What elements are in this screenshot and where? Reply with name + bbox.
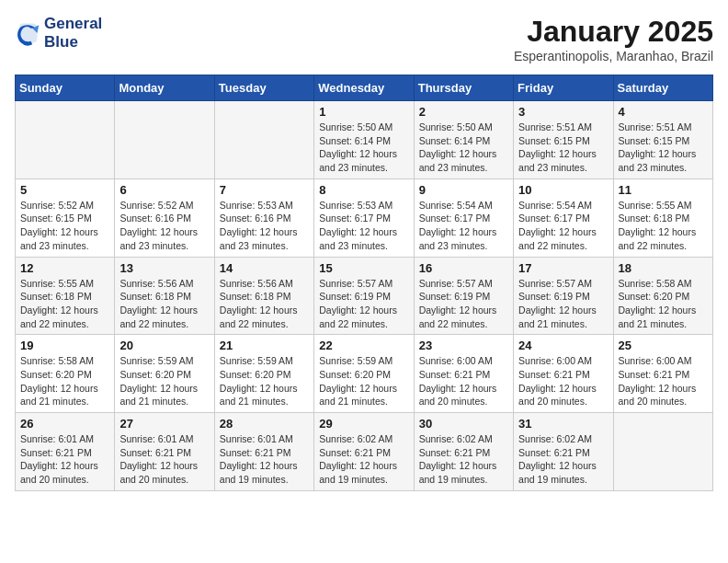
day-info: Sunrise: 6:00 AMSunset: 6:21 PMDaylight:… xyxy=(619,354,708,408)
day-number: 15 xyxy=(319,261,408,275)
calendar-cell: 5Sunrise: 5:52 AMSunset: 6:15 PMDaylight… xyxy=(16,178,115,257)
header-wednesday: Wednesday xyxy=(314,75,414,101)
day-info: Sunrise: 5:58 AMSunset: 6:20 PMDaylight:… xyxy=(619,277,708,331)
day-number: 20 xyxy=(119,339,209,352)
calendar-cell: 30Sunrise: 6:02 AMSunset: 6:21 PMDayligh… xyxy=(414,413,513,491)
header-tuesday: Tuesday xyxy=(214,75,313,101)
calendar-cell: 11Sunrise: 5:55 AMSunset: 6:18 PMDayligh… xyxy=(613,178,712,257)
day-info: Sunrise: 5:57 AMSunset: 6:19 PMDaylight:… xyxy=(419,277,508,331)
day-number: 25 xyxy=(619,339,708,352)
day-info: Sunrise: 5:51 AMSunset: 6:15 PMDaylight:… xyxy=(619,121,708,175)
week-row-2: 5Sunrise: 5:52 AMSunset: 6:15 PMDaylight… xyxy=(16,178,713,257)
calendar-cell: 13Sunrise: 5:56 AMSunset: 6:18 PMDayligh… xyxy=(115,257,214,335)
calendar-table: SundayMondayTuesdayWednesdayThursdayFrid… xyxy=(15,75,713,491)
day-info: Sunrise: 6:02 AMSunset: 6:21 PMDaylight:… xyxy=(419,432,508,487)
calendar-cell: 15Sunrise: 5:57 AMSunset: 6:19 PMDayligh… xyxy=(314,257,414,335)
week-row-4: 19Sunrise: 5:58 AMSunset: 6:20 PMDayligh… xyxy=(16,335,713,413)
page-header: General Blue January 2025 Esperantinopol… xyxy=(15,15,713,63)
location-subtitle: Esperantinopolis, Maranhao, Brazil xyxy=(514,49,713,63)
day-info: Sunrise: 5:57 AMSunset: 6:19 PMDaylight:… xyxy=(319,277,408,331)
day-info: Sunrise: 5:53 AMSunset: 6:17 PMDaylight:… xyxy=(319,199,408,253)
day-number: 27 xyxy=(119,417,209,431)
calendar-cell: 20Sunrise: 5:59 AMSunset: 6:20 PMDayligh… xyxy=(115,335,214,413)
day-number: 11 xyxy=(619,183,708,197)
calendar-cell: 24Sunrise: 6:00 AMSunset: 6:21 PMDayligh… xyxy=(514,335,613,413)
day-number: 6 xyxy=(119,183,209,197)
calendar-cell: 6Sunrise: 5:52 AMSunset: 6:16 PMDaylight… xyxy=(115,178,214,257)
calendar-cell: 28Sunrise: 6:01 AMSunset: 6:21 PMDayligh… xyxy=(214,413,313,491)
day-number: 24 xyxy=(518,339,608,352)
calendar-cell xyxy=(613,413,712,491)
week-row-1: 1Sunrise: 5:50 AMSunset: 6:14 PMDaylight… xyxy=(16,101,713,179)
day-number: 17 xyxy=(518,261,608,275)
day-info: Sunrise: 6:00 AMSunset: 6:21 PMDaylight:… xyxy=(419,354,508,408)
calendar-cell: 25Sunrise: 6:00 AMSunset: 6:21 PMDayligh… xyxy=(613,335,712,413)
day-number: 28 xyxy=(220,417,309,431)
calendar-cell: 16Sunrise: 5:57 AMSunset: 6:19 PMDayligh… xyxy=(414,257,513,335)
day-info: Sunrise: 5:59 AMSunset: 6:20 PMDaylight:… xyxy=(119,354,209,408)
calendar-cell: 17Sunrise: 5:57 AMSunset: 6:19 PMDayligh… xyxy=(514,257,613,335)
calendar-cell: 9Sunrise: 5:54 AMSunset: 6:17 PMDaylight… xyxy=(414,178,513,257)
day-info: Sunrise: 6:01 AMSunset: 6:21 PMDaylight:… xyxy=(20,432,109,487)
day-info: Sunrise: 5:50 AMSunset: 6:14 PMDaylight:… xyxy=(419,121,508,175)
calendar-cell: 26Sunrise: 6:01 AMSunset: 6:21 PMDayligh… xyxy=(16,413,115,491)
calendar-cell: 23Sunrise: 6:00 AMSunset: 6:21 PMDayligh… xyxy=(414,335,513,413)
day-number: 8 xyxy=(319,183,408,197)
day-info: Sunrise: 5:52 AMSunset: 6:15 PMDaylight:… xyxy=(20,199,109,253)
calendar-cell: 19Sunrise: 5:58 AMSunset: 6:20 PMDayligh… xyxy=(16,335,115,413)
day-info: Sunrise: 5:58 AMSunset: 6:20 PMDaylight:… xyxy=(20,354,109,408)
day-info: Sunrise: 5:55 AMSunset: 6:18 PMDaylight:… xyxy=(619,199,708,253)
day-info: Sunrise: 5:56 AMSunset: 6:18 PMDaylight:… xyxy=(119,277,209,331)
day-number: 16 xyxy=(419,261,508,275)
calendar-cell: 3Sunrise: 5:51 AMSunset: 6:15 PMDaylight… xyxy=(514,101,613,179)
calendar-cell: 18Sunrise: 5:58 AMSunset: 6:20 PMDayligh… xyxy=(613,257,712,335)
day-number: 12 xyxy=(20,261,109,275)
day-info: Sunrise: 5:56 AMSunset: 6:18 PMDaylight:… xyxy=(220,277,309,331)
calendar-cell: 10Sunrise: 5:54 AMSunset: 6:17 PMDayligh… xyxy=(514,178,613,257)
header-thursday: Thursday xyxy=(414,75,513,101)
day-info: Sunrise: 6:02 AMSunset: 6:21 PMDaylight:… xyxy=(319,432,408,487)
day-number: 4 xyxy=(619,105,708,119)
calendar-cell: 27Sunrise: 6:01 AMSunset: 6:21 PMDayligh… xyxy=(115,413,214,491)
calendar-cell xyxy=(16,101,115,179)
day-number: 31 xyxy=(518,417,608,431)
calendar-cell: 12Sunrise: 5:55 AMSunset: 6:18 PMDayligh… xyxy=(16,257,115,335)
day-info: Sunrise: 5:53 AMSunset: 6:16 PMDaylight:… xyxy=(220,199,309,253)
calendar-cell xyxy=(115,101,214,179)
day-number: 9 xyxy=(419,183,508,197)
calendar-cell xyxy=(214,101,313,179)
calendar-cell: 29Sunrise: 6:02 AMSunset: 6:21 PMDayligh… xyxy=(314,413,414,491)
day-info: Sunrise: 5:51 AMSunset: 6:15 PMDaylight:… xyxy=(518,121,608,175)
day-number: 23 xyxy=(419,339,508,352)
day-number: 18 xyxy=(619,261,708,275)
calendar-cell: 14Sunrise: 5:56 AMSunset: 6:18 PMDayligh… xyxy=(214,257,313,335)
calendar-cell: 4Sunrise: 5:51 AMSunset: 6:15 PMDaylight… xyxy=(613,101,712,179)
day-number: 2 xyxy=(419,105,508,119)
header-monday: Monday xyxy=(115,75,214,101)
day-number: 14 xyxy=(220,261,309,275)
calendar-cell: 2Sunrise: 5:50 AMSunset: 6:14 PMDaylight… xyxy=(414,101,513,179)
day-number: 26 xyxy=(20,417,109,431)
calendar-cell: 8Sunrise: 5:53 AMSunset: 6:17 PMDaylight… xyxy=(314,178,414,257)
day-number: 10 xyxy=(518,183,608,197)
calendar-cell: 31Sunrise: 6:02 AMSunset: 6:21 PMDayligh… xyxy=(514,413,613,491)
day-info: Sunrise: 5:55 AMSunset: 6:18 PMDaylight:… xyxy=(20,277,109,331)
day-info: Sunrise: 5:52 AMSunset: 6:16 PMDaylight:… xyxy=(119,199,209,253)
day-number: 5 xyxy=(20,183,109,197)
day-info: Sunrise: 6:02 AMSunset: 6:21 PMDaylight:… xyxy=(518,432,608,487)
day-number: 1 xyxy=(319,105,408,119)
day-number: 13 xyxy=(119,261,209,275)
header-saturday: Saturday xyxy=(613,75,712,101)
logo-icon xyxy=(15,20,40,46)
day-info: Sunrise: 5:54 AMSunset: 6:17 PMDaylight:… xyxy=(518,199,608,253)
day-info: Sunrise: 6:01 AMSunset: 6:21 PMDaylight:… xyxy=(220,432,309,487)
day-info: Sunrise: 6:01 AMSunset: 6:21 PMDaylight:… xyxy=(119,432,209,487)
day-number: 7 xyxy=(220,183,309,197)
day-info: Sunrise: 5:54 AMSunset: 6:17 PMDaylight:… xyxy=(419,199,508,253)
day-info: Sunrise: 5:59 AMSunset: 6:20 PMDaylight:… xyxy=(220,354,309,408)
logo-text: General Blue xyxy=(44,15,102,52)
calendar-cell: 7Sunrise: 5:53 AMSunset: 6:16 PMDaylight… xyxy=(214,178,313,257)
day-info: Sunrise: 5:50 AMSunset: 6:14 PMDaylight:… xyxy=(319,121,408,175)
title-area: January 2025 Esperantinopolis, Maranhao,… xyxy=(514,15,713,63)
day-number: 29 xyxy=(319,417,408,431)
